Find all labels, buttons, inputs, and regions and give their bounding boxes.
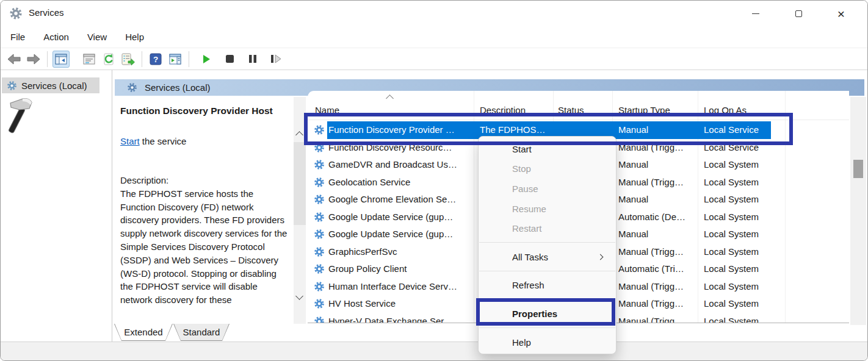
show-action-pane-button[interactable] xyxy=(167,51,184,68)
menu-view[interactable]: View xyxy=(86,30,108,43)
service-gear-icon xyxy=(314,194,325,205)
services-node-icon xyxy=(7,80,17,91)
service-gear-icon xyxy=(314,212,325,223)
close-button[interactable]: × xyxy=(820,1,863,26)
start-service-link[interactable]: Start xyxy=(120,136,140,146)
action-suffix: the service xyxy=(140,136,187,146)
tab-extended[interactable]: Extended xyxy=(114,324,173,341)
start-service-icon xyxy=(201,54,211,64)
sort-ascending-icon xyxy=(386,95,394,102)
service-gear-icon xyxy=(314,316,325,324)
context-menu-pause: Pause xyxy=(479,179,616,199)
back-button[interactable] xyxy=(5,51,23,68)
scroll-down-icon[interactable] xyxy=(295,292,303,300)
export-list-icon xyxy=(121,53,135,65)
forward-button[interactable] xyxy=(25,51,42,68)
menu-action[interactable]: Action xyxy=(42,30,70,43)
service-gear-icon xyxy=(314,298,325,309)
tab-standard[interactable]: Standard xyxy=(173,324,230,341)
services-window: Services × File Action View Help ? xyxy=(0,0,868,361)
service-gear-icon xyxy=(314,246,325,257)
service-gear-icon xyxy=(314,281,325,292)
services-banner-icon xyxy=(127,82,137,93)
service-gear-icon xyxy=(314,263,325,274)
properties-button[interactable] xyxy=(81,51,98,68)
tree-item-label: Services (Local) xyxy=(21,80,87,91)
context-menu-stop: Stop xyxy=(479,159,616,179)
refresh-button[interactable] xyxy=(100,51,117,68)
stop-service-button[interactable] xyxy=(221,51,238,68)
toolbar-separator xyxy=(189,51,189,67)
toolbar-separator xyxy=(47,51,48,67)
resume-service-icon xyxy=(270,54,281,63)
pause-service-icon xyxy=(248,54,257,63)
services-app-icon xyxy=(9,7,23,20)
tree-item-services-local[interactable]: Services (Local) xyxy=(2,77,99,93)
annotation-box-selected-row xyxy=(304,113,793,145)
menu-separator xyxy=(479,242,615,243)
hammer-cursor-icon xyxy=(4,96,36,135)
menu-separator xyxy=(479,327,615,328)
forward-icon xyxy=(27,54,40,65)
banner-title: Services (Local) xyxy=(145,82,211,93)
maximize-button[interactable] xyxy=(777,1,820,26)
toolbar-separator xyxy=(142,51,142,67)
service-gear-icon xyxy=(314,177,325,188)
context-menu-restart: Restart xyxy=(479,218,616,238)
description-body: The FDPHOST service hosts the Function D… xyxy=(120,187,289,307)
minimize-button[interactable] xyxy=(734,1,777,26)
help-icon: ? xyxy=(150,53,162,65)
context-menu-all-tasks[interactable]: All Tasks xyxy=(479,247,616,267)
minimize-icon xyxy=(752,13,759,14)
help-button[interactable]: ? xyxy=(147,51,164,68)
show-console-tree-icon xyxy=(55,54,67,65)
service-action-line: Start the service xyxy=(120,136,186,146)
service-description: Description: The FDPHOST service hosts t… xyxy=(120,174,289,323)
toolbar: ? xyxy=(1,48,867,70)
show-action-pane-icon xyxy=(169,54,181,65)
menu-help[interactable]: Help xyxy=(124,30,145,43)
annotation-box-properties xyxy=(476,298,615,326)
menu-file[interactable]: File xyxy=(9,30,26,43)
title-bar: Services × xyxy=(1,1,867,26)
context-menu-refresh[interactable]: Refresh xyxy=(479,276,616,296)
properties-window-icon xyxy=(83,54,95,65)
stop-service-icon xyxy=(225,54,234,63)
window-title: Services xyxy=(29,7,64,18)
pause-service-button[interactable] xyxy=(244,51,261,68)
context-menu-help[interactable]: Help xyxy=(479,332,616,352)
start-service-button[interactable] xyxy=(198,51,215,68)
scrollbar-thumb[interactable] xyxy=(294,142,306,225)
service-gear-icon xyxy=(314,159,325,170)
submenu-chevron-icon xyxy=(598,254,604,260)
maximize-icon xyxy=(795,10,802,17)
list-scrollbar[interactable] xyxy=(850,97,866,325)
refresh-icon xyxy=(103,53,115,65)
resume-service-button[interactable] xyxy=(267,51,284,68)
close-icon: × xyxy=(837,7,845,20)
menu-bar: File Action View Help xyxy=(1,26,867,48)
selected-service-title: Function Discovery Provider Host xyxy=(120,105,303,116)
svg-text:?: ? xyxy=(153,55,158,64)
export-list-button[interactable] xyxy=(120,51,137,68)
menu-separator xyxy=(479,271,615,271)
service-gear-icon xyxy=(314,229,325,240)
back-icon xyxy=(7,54,21,65)
context-menu-resume: Resume xyxy=(479,199,616,219)
console-tree-panel: Services (Local) xyxy=(1,70,112,341)
scroll-up-icon[interactable] xyxy=(295,131,303,139)
show-console-tree-button[interactable] xyxy=(52,51,70,68)
status-bar xyxy=(1,341,867,361)
scrollbar-thumb[interactable] xyxy=(853,160,863,178)
description-heading: Description: xyxy=(120,174,289,187)
